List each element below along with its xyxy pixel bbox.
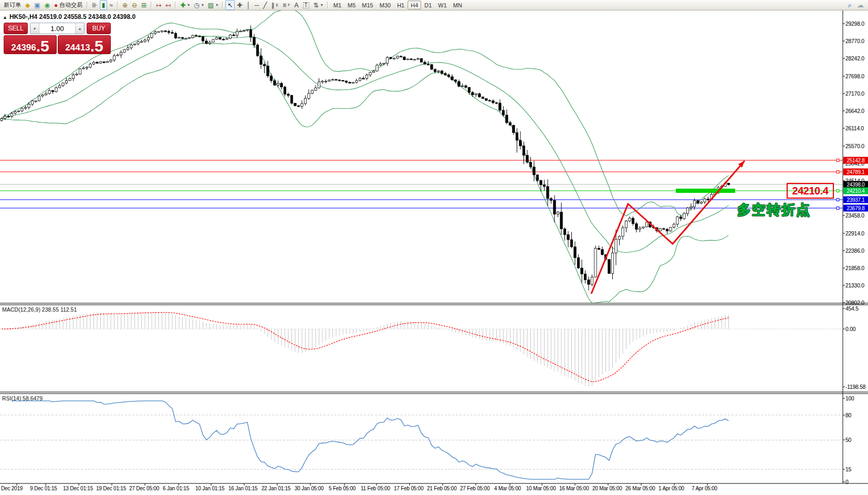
chart-canvas[interactable] bbox=[0, 11, 868, 495]
market-watch-icon: ◆ bbox=[25, 2, 30, 8]
candle bbox=[697, 201, 699, 203]
candle bbox=[499, 103, 501, 110]
text-icon[interactable]: A bbox=[292, 0, 301, 10]
sell-price-panel[interactable]: 24396.5 bbox=[4, 35, 57, 54]
search-icon[interactable]: ⌕ bbox=[848, 1, 852, 9]
candle bbox=[21, 108, 23, 111]
signals-icon[interactable]: ◉ bbox=[43, 0, 52, 10]
candle bbox=[147, 38, 149, 40]
candle bbox=[290, 96, 292, 104]
candle bbox=[154, 32, 156, 33]
candle bbox=[256, 45, 258, 56]
line-end-marker[interactable] bbox=[836, 159, 839, 162]
timeframe-button-h4[interactable]: H4 bbox=[407, 1, 421, 9]
candle bbox=[588, 280, 590, 285]
autotrading-button[interactable]: ●自动交易 bbox=[52, 0, 85, 10]
candle bbox=[229, 35, 231, 38]
timeframe-button-m1[interactable]: M1 bbox=[330, 1, 344, 9]
candle bbox=[468, 87, 470, 92]
community-icon[interactable]: ☁ bbox=[857, 1, 864, 9]
volume-increase-button[interactable]: ▲ bbox=[75, 23, 84, 34]
auto-scroll-icon[interactable]: ↦ bbox=[154, 0, 163, 10]
candle bbox=[516, 132, 518, 140]
vertical-line-icon[interactable]: │ bbox=[244, 0, 253, 10]
market-watch-icon[interactable]: ◆ bbox=[23, 0, 32, 10]
candle bbox=[311, 90, 313, 94]
text-label-icon[interactable]: T bbox=[301, 0, 311, 10]
candle bbox=[195, 35, 197, 36]
template-icon[interactable]: ▨▾ bbox=[206, 0, 220, 10]
candle bbox=[386, 57, 388, 63]
candle bbox=[495, 102, 497, 104]
chart-shift-icon: ↤ bbox=[165, 2, 171, 8]
trendline-icon[interactable]: ╱ bbox=[261, 0, 269, 10]
candle bbox=[396, 56, 399, 58]
timeframe-button-m30[interactable]: M30 bbox=[377, 1, 394, 9]
tile-windows-icon[interactable]: ⊞ bbox=[139, 0, 149, 10]
line-end-marker[interactable] bbox=[836, 199, 839, 201]
candle bbox=[570, 240, 572, 247]
horizontal-line-icon[interactable]: ─ bbox=[253, 0, 262, 10]
sell-button[interactable]: SELL bbox=[4, 23, 28, 34]
collapse-ohlc-icon[interactable]: ▲ bbox=[3, 15, 7, 20]
turning-point-annotation[interactable]: 多空转折点 bbox=[737, 201, 811, 219]
price-axis-label: 26642.0 bbox=[845, 108, 864, 114]
time-axis-label: 16 Jan 01:15 bbox=[228, 486, 257, 491]
zoom-out-icon[interactable]: ⊖ bbox=[130, 0, 139, 10]
add-indicator-icon-dropdown[interactable]: ▾ bbox=[187, 3, 190, 7]
candle bbox=[263, 65, 265, 66]
line-end-marker[interactable] bbox=[836, 207, 839, 210]
candle bbox=[325, 81, 327, 82]
candle bbox=[130, 45, 132, 48]
timeframe-button-h1[interactable]: H1 bbox=[394, 1, 407, 9]
price-axis-label: 22914.0 bbox=[845, 230, 864, 236]
level-annotation-box[interactable]: 24210.4 bbox=[787, 183, 834, 199]
candle bbox=[547, 187, 549, 199]
equidistant-channel-icon[interactable]: ∥E bbox=[269, 0, 281, 10]
candle bbox=[359, 78, 361, 80]
candlestick-chart-icon[interactable]: ▮ bbox=[100, 0, 108, 10]
periods-icon[interactable]: ◷▾ bbox=[192, 0, 206, 10]
candle bbox=[69, 79, 71, 81]
candle bbox=[601, 250, 603, 255]
buy-button[interactable]: BUY bbox=[87, 23, 111, 34]
candle bbox=[540, 180, 542, 184]
fibonacci-icon[interactable]: ≡F bbox=[280, 0, 292, 10]
line-end-marker[interactable] bbox=[836, 171, 839, 173]
candle bbox=[437, 71, 440, 72]
candle bbox=[372, 71, 374, 73]
candle bbox=[304, 98, 306, 104]
timeframe-button-d1[interactable]: D1 bbox=[421, 1, 435, 9]
cursor-icon[interactable]: ↖ bbox=[225, 0, 235, 10]
time-axis-label: 17 Feb 05:00 bbox=[394, 486, 424, 491]
candle bbox=[301, 104, 303, 106]
volume-input[interactable]: 1.00 bbox=[39, 23, 75, 34]
add-indicator-icon: ✚ bbox=[180, 2, 185, 8]
timeframe-button-mn[interactable]: MN bbox=[450, 1, 465, 9]
periods-icon-dropdown[interactable]: ▾ bbox=[202, 3, 204, 7]
timeframe-button-m15[interactable]: M15 bbox=[359, 1, 376, 9]
buy-price-main: 24413 bbox=[65, 43, 90, 52]
new-order-button[interactable]: 新订单 bbox=[2, 0, 23, 10]
add-indicator-icon[interactable]: ✚▾ bbox=[178, 0, 192, 10]
arrows-tool-icon-dropdown[interactable]: ▾ bbox=[321, 3, 323, 7]
line-end-marker[interactable] bbox=[836, 190, 839, 192]
candle bbox=[294, 103, 296, 106]
volume-decrease-button[interactable]: ▼ bbox=[30, 23, 39, 34]
support-zone-bar[interactable] bbox=[676, 189, 735, 193]
bar-chart-icon[interactable]: ⊪ bbox=[90, 0, 99, 10]
buy-price-panel[interactable]: 24413.5 bbox=[58, 35, 111, 54]
navigator-icon[interactable]: ▣ bbox=[32, 0, 42, 10]
timeframe-button-w1[interactable]: W1 bbox=[435, 1, 450, 9]
chart-shift-icon[interactable]: ↤ bbox=[163, 0, 173, 10]
timeframe-button-m5[interactable]: M5 bbox=[344, 1, 359, 9]
zoom-in-icon[interactable]: ⊕ bbox=[120, 0, 130, 10]
crosshair-icon[interactable]: ✚ bbox=[235, 0, 244, 10]
template-icon-dropdown[interactable]: ▾ bbox=[216, 3, 218, 7]
line-chart-icon[interactable]: ≈ bbox=[107, 0, 115, 10]
candle bbox=[383, 64, 385, 65]
candle bbox=[144, 40, 146, 42]
arrows-tool-icon[interactable]: ⇅▾ bbox=[311, 0, 325, 10]
candle bbox=[45, 94, 47, 95]
candlesticks bbox=[1, 25, 730, 290]
